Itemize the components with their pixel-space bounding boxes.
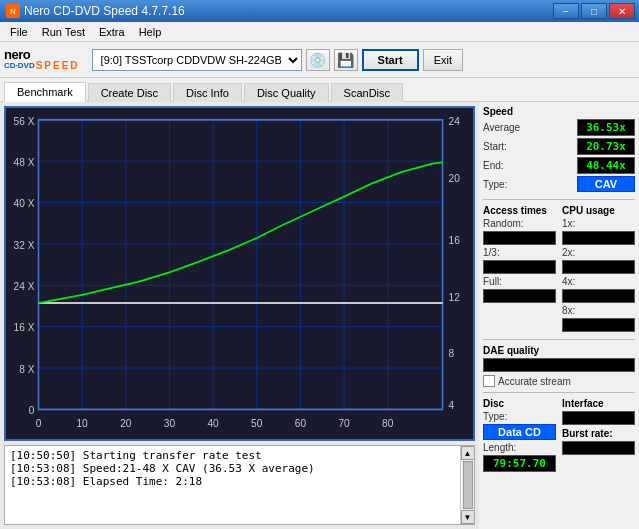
cpu-8x-row: 8x: <box>562 305 635 316</box>
svg-text:40 X: 40 X <box>14 197 35 210</box>
speed-start-row: Start: 20.73x <box>483 138 635 155</box>
toolbar-save-icon[interactable]: 💾 <box>334 49 358 71</box>
minimize-button[interactable]: − <box>553 3 579 19</box>
interface-bar <box>562 411 635 425</box>
access-random-bar <box>483 231 556 245</box>
close-button[interactable]: ✕ <box>609 3 635 19</box>
cpu-4x-row: 4x: <box>562 276 635 287</box>
logo-cddvd: CD·DVD <box>4 62 35 70</box>
svg-text:8 X: 8 X <box>19 362 35 375</box>
speed-end-value: 48.44x <box>577 157 635 174</box>
log-content[interactable]: [10:50:50] Starting transfer rate test [… <box>5 446 460 524</box>
cpu-2x-row: 2x: <box>562 247 635 258</box>
accurate-stream-checkbox[interactable] <box>483 375 495 387</box>
svg-text:32 X: 32 X <box>14 238 35 251</box>
toolbar-disc-icon[interactable]: 💿 <box>306 49 330 71</box>
exit-button[interactable]: Exit <box>423 49 463 71</box>
svg-rect-0 <box>6 108 473 439</box>
tab-disc-quality[interactable]: Disc Quality <box>244 83 329 102</box>
chart-container: 56 X 48 X 40 X 32 X 24 X 16 X 8 X 0 24 2… <box>4 106 475 441</box>
burst-rate-label: Burst rate: <box>562 428 635 439</box>
disc-length-label: Length: <box>483 442 516 453</box>
svg-text:48 X: 48 X <box>14 155 35 168</box>
svg-text:40: 40 <box>207 416 218 429</box>
svg-text:80: 80 <box>382 416 393 429</box>
accurate-stream-label: Accurate stream <box>498 376 571 387</box>
cpu-usage-section: CPU usage 1x: 2x: 4x: 8x: <box>562 205 635 334</box>
scroll-down-button[interactable]: ▼ <box>461 510 475 524</box>
menu-file[interactable]: File <box>4 25 34 39</box>
scroll-thumb[interactable] <box>463 461 473 509</box>
cpu-8x-label: 8x: <box>562 305 575 316</box>
speed-end-label: End: <box>483 160 504 171</box>
tab-create-disc[interactable]: Create Disc <box>88 83 171 102</box>
interface-section: Interface Burst rate: <box>562 398 635 472</box>
menu-help[interactable]: Help <box>133 25 168 39</box>
disc-length-value: 79:57.70 <box>483 455 556 472</box>
speed-start-value: 20.73x <box>577 138 635 155</box>
svg-text:8: 8 <box>449 347 455 360</box>
two-col-section: Access times Random: 1/3: Full: CPU usag… <box>483 205 635 334</box>
svg-text:70: 70 <box>338 416 349 429</box>
cpu-2x-label: 2x: <box>562 247 575 258</box>
tab-disc-info[interactable]: Disc Info <box>173 83 242 102</box>
access-times-section: Access times Random: 1/3: Full: <box>483 205 556 334</box>
menu-run-test[interactable]: Run Test <box>36 25 91 39</box>
access-times-label: Access times <box>483 205 556 216</box>
dae-label: DAE quality <box>483 345 635 356</box>
svg-text:60: 60 <box>295 416 306 429</box>
cpu-2x-bar <box>562 260 635 274</box>
right-panel: Speed Average 36.53x Start: 20.73x End: … <box>479 102 639 529</box>
cpu-4x-bar <box>562 289 635 303</box>
tabs-bar: Benchmark Create Disc Disc Info Disc Qua… <box>0 78 639 102</box>
drive-select[interactable]: [9:0] TSSTcorp CDDVDW SH-224GB SB00 <box>92 49 302 71</box>
svg-text:4: 4 <box>449 399 455 412</box>
chart-area: 56 X 48 X 40 X 32 X 24 X 16 X 8 X 0 24 2… <box>0 102 479 529</box>
logo: nero CD·DVD SPEED <box>4 48 80 71</box>
tab-benchmark[interactable]: Benchmark <box>4 82 86 102</box>
logo-nero: nero <box>4 48 30 61</box>
log-line-3: [10:53:08] Elapsed Time: 2:18 <box>10 475 455 488</box>
access-full-label: Full: <box>483 276 502 287</box>
access-onethird-label: 1/3: <box>483 247 500 258</box>
access-onethird-row: 1/3: <box>483 247 556 258</box>
svg-text:12: 12 <box>449 290 460 303</box>
speed-label: Speed <box>483 106 635 117</box>
cpu-1x-label: 1x: <box>562 218 575 229</box>
burst-rate-bar <box>562 441 635 455</box>
disc-length-row: Length: <box>483 442 556 453</box>
svg-text:30: 30 <box>164 416 175 429</box>
speed-average-value: 36.53x <box>577 119 635 136</box>
log-area: [10:50:50] Starting transfer rate test [… <box>4 445 475 525</box>
speed-type-row: Type: CAV <box>483 176 635 192</box>
log-line-2: [10:53:08] Speed:21-48 X CAV (36.53 X av… <box>10 462 455 475</box>
speed-section: Speed Average 36.53x Start: 20.73x End: … <box>483 106 635 194</box>
cpu-4x-label: 4x: <box>562 276 575 287</box>
tab-scan-disc[interactable]: ScanDisc <box>331 83 403 102</box>
menu-extra[interactable]: Extra <box>93 25 131 39</box>
svg-text:0: 0 <box>36 416 42 429</box>
cpu-usage-label: CPU usage <box>562 205 635 216</box>
maximize-button[interactable]: □ <box>581 3 607 19</box>
main-content: 56 X 48 X 40 X 32 X 24 X 16 X 8 X 0 24 2… <box>0 102 639 529</box>
speed-start-label: Start: <box>483 141 507 152</box>
dae-bar <box>483 358 635 372</box>
start-button[interactable]: Start <box>362 49 419 71</box>
toolbar: nero CD·DVD SPEED [9:0] TSSTcorp CDDVDW … <box>0 42 639 78</box>
access-random-row: Random: <box>483 218 556 229</box>
cpu-8x-bar <box>562 318 635 332</box>
dae-section: DAE quality Accurate stream <box>483 345 635 387</box>
speed-type-value: CAV <box>577 176 635 192</box>
log-line-1: [10:50:50] Starting transfer rate test <box>10 449 455 462</box>
disc-label: Disc <box>483 398 556 409</box>
accurate-stream-row: Accurate stream <box>483 375 635 387</box>
svg-text:24: 24 <box>449 114 460 127</box>
disc-section: Disc Type: Data CD Length: 79:57.70 <box>483 398 556 472</box>
speed-type-label: Type: <box>483 179 507 190</box>
scroll-up-button[interactable]: ▲ <box>461 446 475 460</box>
svg-text:56 X: 56 X <box>14 114 35 127</box>
disc-type-value: Data CD <box>483 424 556 440</box>
svg-text:16: 16 <box>449 233 460 246</box>
title-bar-text: Nero CD-DVD Speed 4.7.7.16 <box>24 4 185 18</box>
speed-average-label: Average <box>483 122 520 133</box>
